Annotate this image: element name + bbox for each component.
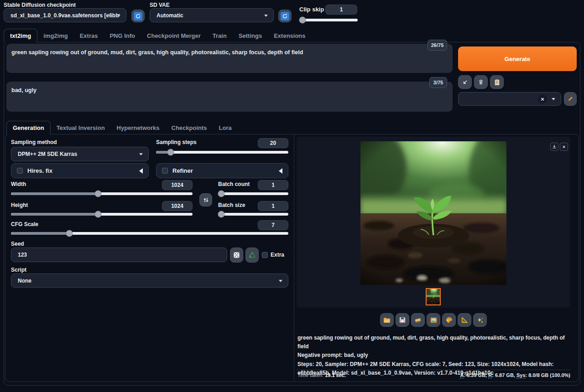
clear-prompt-button[interactable] [474, 75, 488, 89]
height-slider[interactable] [11, 211, 193, 217]
random-seed-button[interactable] [230, 248, 243, 263]
send-to-img2img-button[interactable] [427, 313, 440, 327]
download-image-button[interactable] [550, 143, 558, 151]
save-image-button[interactable] [396, 313, 409, 327]
gallery-thumbnail[interactable] [426, 288, 441, 305]
negative-token-counter: 3/75 [429, 77, 447, 88]
clip-skip-label: Clip skip [299, 6, 324, 13]
sampling-method-value: DPM++ 2M SDE Karras [18, 151, 77, 157]
tab-lora[interactable]: Lora [213, 121, 238, 134]
tab-settings[interactable]: Settings [233, 29, 268, 42]
cfg-scale-label: CFG Scale [11, 221, 38, 227]
width-slider[interactable] [11, 190, 193, 197]
vae-dropdown[interactable]: Automatic [150, 8, 274, 22]
reuse-seed-button[interactable] [245, 248, 259, 263]
save-icon [399, 317, 406, 323]
column-divider [294, 135, 294, 381]
extra-seed-checkbox[interactable] [262, 252, 268, 258]
refiner-accordion[interactable]: Refiner [156, 163, 288, 178]
hires-fix-label: Hires. fix [27, 167, 52, 174]
tab-train[interactable]: Train [207, 29, 233, 42]
styles-dropdown[interactable]: × [458, 92, 561, 106]
info-negative-prompt: Negative prompt: bad, ugly [297, 351, 570, 360]
sampling-method-dropdown[interactable]: DPM++ 2M SDE Karras [11, 147, 149, 161]
seed-input[interactable]: 123 [11, 248, 227, 262]
clear-styles-icon[interactable]: × [538, 94, 547, 103]
height-input[interactable]: 1024 [162, 201, 193, 211]
tab-generation[interactable]: Generation [6, 121, 51, 135]
sampling-steps-slider[interactable] [156, 149, 288, 155]
clip-skip-input[interactable]: 1 [325, 5, 357, 15]
paste-params-button[interactable] [458, 75, 472, 89]
tab-hypernetworks[interactable]: Hypernetworks [111, 121, 166, 134]
script-dropdown[interactable]: None [11, 273, 288, 288]
batch-size-slider[interactable] [218, 211, 288, 217]
extra-seed-label: Extra [271, 252, 284, 258]
recycle-icon [249, 252, 256, 259]
arrow-down-left-icon [462, 79, 468, 85]
batch-count-input[interactable]: 1 [258, 180, 288, 190]
clip-skip-slider[interactable] [299, 16, 358, 23]
swap-dimensions-button[interactable] [199, 193, 212, 206]
close-icon: × [563, 144, 565, 150]
batch-size-label: Batch size [218, 202, 245, 208]
sd-webui-window: Stable Diffusion checkpoint sd_xl_base_1… [0, 0, 584, 392]
palette-icon [446, 317, 453, 323]
refresh-checkpoint-button[interactable] [131, 10, 145, 22]
batch-size-input[interactable]: 1 [258, 201, 288, 211]
framed-picture-icon [430, 317, 437, 323]
triangle-ruler-icon [461, 317, 468, 323]
time-taken-label: Time taken: [297, 372, 323, 378]
mem-sys-value: : 8.0/8 GB (100.0%) [526, 372, 570, 378]
tab-extras[interactable]: Extras [74, 29, 104, 42]
close-preview-button[interactable]: × [560, 143, 568, 151]
sampling-method-label: Sampling method [11, 139, 57, 145]
memory-stats: A: 5.39 GB, R: 6.87 GB, Sys: 8.0/8 GB (1… [460, 372, 570, 378]
hires-fix-accordion[interactable]: Hires. fix [11, 163, 149, 178]
seed-value: 123 [18, 252, 27, 258]
send-to-inpaint-button[interactable] [442, 313, 456, 327]
tab-extensions[interactable]: Extensions [268, 29, 311, 42]
prompt-input[interactable]: green sapling rowing out of ground, mud,… [6, 44, 453, 73]
zip-clamp-icon [414, 317, 422, 323]
tab-checkpoint-merger[interactable]: Checkpoint Merger [141, 29, 207, 42]
height-label: Height [11, 202, 28, 208]
vae-value: Automatic [156, 12, 183, 19]
mem-r-label: R [488, 372, 492, 378]
save-zip-button[interactable] [411, 313, 425, 327]
negative-prompt-input[interactable]: bad, ugly [6, 82, 453, 112]
mem-a-value: : 5.39 GB, [464, 372, 488, 378]
send-to-extras-button[interactable] [458, 313, 471, 327]
refiner-checkbox[interactable] [162, 168, 168, 174]
cfg-scale-slider[interactable] [11, 230, 288, 237]
sampling-steps-input[interactable]: 20 [258, 138, 288, 148]
batch-count-label: Batch count [218, 181, 250, 187]
sampling-steps-label: Sampling steps [156, 139, 197, 145]
download-icon [552, 144, 557, 149]
cfg-scale-input[interactable]: 7 [258, 220, 288, 230]
chevron-down-icon [264, 15, 268, 17]
width-input[interactable]: 1024 [162, 180, 193, 190]
width-label: Width [11, 181, 26, 187]
generate-button[interactable]: Generate [458, 46, 577, 71]
swap-arrows-icon [203, 197, 209, 203]
checkpoint-dropdown[interactable]: sd_xl_base_1.0_0.9vae.safetensors [e6bb9… [4, 8, 126, 22]
apply-styles-button[interactable] [490, 75, 504, 89]
edit-styles-button[interactable] [564, 92, 577, 106]
checkpoint-label: Stable Diffusion checkpoint [4, 2, 76, 8]
pencil-icon [567, 96, 574, 102]
tab-textual-inversion[interactable]: Textual Inversion [51, 121, 111, 134]
chevron-down-icon [279, 280, 282, 282]
main-tab-bar: txt2img img2img Extras PNG Info Checkpoi… [4, 29, 312, 42]
hires-fix-checkbox[interactable] [17, 168, 23, 174]
refresh-vae-button[interactable] [278, 10, 292, 22]
tab-txt2img[interactable]: txt2img [4, 29, 37, 43]
upscale-button[interactable] [473, 313, 487, 327]
tab-img2img[interactable]: img2img [37, 29, 73, 42]
batch-count-slider[interactable] [218, 190, 288, 197]
generated-image[interactable] [360, 141, 506, 285]
open-folder-button[interactable] [380, 313, 394, 327]
tab-png-info[interactable]: PNG Info [104, 29, 141, 42]
tab-checkpoints[interactable]: Checkpoints [166, 121, 213, 134]
generation-info: green sapling rowing out of ground, mud,… [297, 334, 570, 377]
